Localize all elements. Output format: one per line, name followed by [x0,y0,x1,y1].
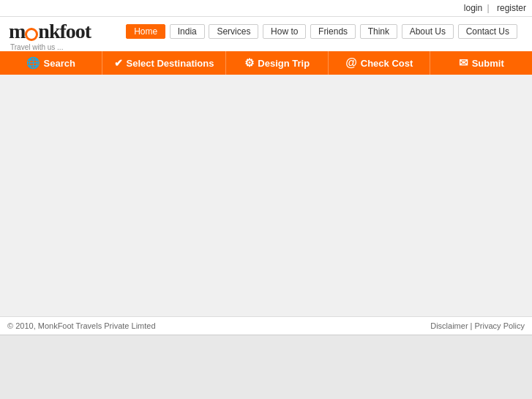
auth-bar: login | register [0,0,532,17]
logo-area: mnkfoot Travel with us ... [9,21,91,51]
nav-services[interactable]: Services [209,24,258,39]
logo-o [25,28,38,41]
toolbar: Search Select Destinations Design Trip C… [0,51,532,75]
toolbar-check-cost[interactable]: Check Cost [329,51,431,75]
nav-friends[interactable]: Friends [310,24,356,39]
privacy-link[interactable]: Privacy Policy [475,321,525,330]
toolbar-design-label: Design Trip [258,58,310,69]
footer-links: Disclaimer | Privacy Policy [430,321,525,330]
logo-tagline: Travel with us ... [10,43,91,51]
disclaimer-link[interactable]: Disclaimer [430,321,468,330]
toolbar-cost-label: Check Cost [361,58,413,69]
toolbar-search[interactable]: Search [0,51,102,75]
toolbar-design-trip[interactable]: Design Trip [226,51,329,75]
toolbar-select-destinations[interactable]: Select Destinations [102,51,227,75]
footer: © 2010, MonkFoot Travels Private Limted … [0,316,532,335]
toolbar-search-label: Search [44,58,75,69]
header: mnkfoot Travel with us ... Home India Se… [0,17,532,51]
nav-bar: Home India Services How to Friends Think… [124,21,523,42]
auth-separator: | [487,3,490,13]
toolbar-submit[interactable]: Submit [430,51,532,75]
mail-icon [459,56,468,70]
register-link[interactable]: register [497,3,526,13]
main-content [0,75,532,316]
nav-contactus[interactable]: Contact Us [458,24,517,39]
logo[interactable]: mnkfoot [9,21,91,42]
at-icon [345,56,357,70]
login-link[interactable]: login [464,3,482,13]
toolbar-select-label: Select Destinations [127,58,214,69]
nav-india[interactable]: India [170,24,205,39]
gear-icon [244,56,254,70]
toolbar-submit-label: Submit [472,58,504,69]
nav-think[interactable]: Think [360,24,397,39]
check-icon [114,56,123,70]
nav-howto[interactable]: How to [263,24,306,39]
nav-home[interactable]: Home [126,24,165,39]
globe-icon [26,56,40,70]
copyright: © 2010, MonkFoot Travels Private Limted [7,321,156,330]
nav-aboutus[interactable]: About Us [402,24,454,39]
